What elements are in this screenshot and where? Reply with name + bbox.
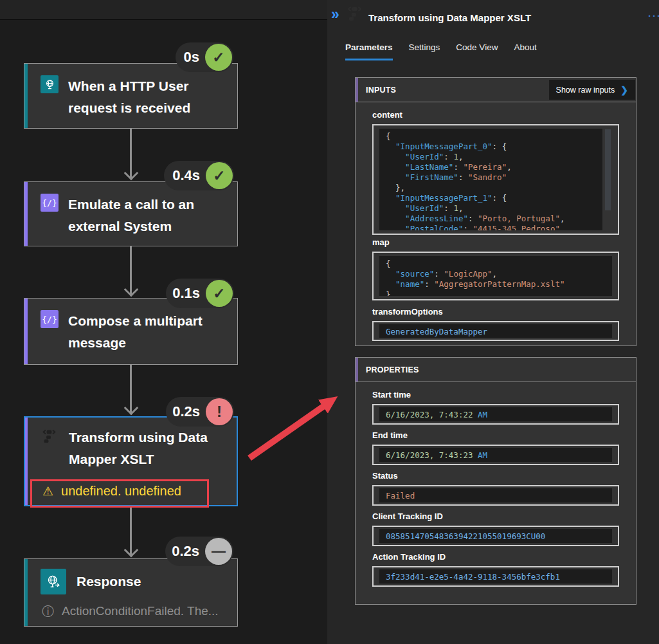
duration-label: 0.1s [172, 285, 200, 302]
node-title: Compose a multipart message [68, 310, 227, 354]
client-tracking-id-value-box[interactable]: 08585147054836394221055019693CU00 [372, 526, 619, 546]
node-title: Emulate a call to an external System [68, 194, 227, 237]
transform-options-value[interactable]: GeneratedByDataMapper [379, 324, 612, 338]
status-label: Status [372, 471, 619, 481]
skipped-dash-icon: — [205, 538, 232, 565]
status-badge: 0s ✓ [176, 42, 233, 72]
status-value-box[interactable]: Failed [372, 485, 619, 506]
content-value-box[interactable]: { "InputMessagePart_0": { "UserId": 1, "… [372, 124, 619, 235]
chevron-right-icon: ❯ [620, 85, 628, 95]
tab-settings[interactable]: Settings [409, 42, 440, 60]
end-time-label: End time [372, 430, 619, 440]
status-value: Failed [379, 488, 612, 502]
response-globe-icon [41, 569, 66, 594]
start-time-value-box[interactable]: 6/16/2023, 7:43:22 AM [372, 404, 619, 425]
action-tracking-id-value: 3f233d41-e2e5-4a42-9118-3456bfe3cfb1 [379, 569, 612, 584]
map-value-box[interactable]: { "source": "LogicApp", "name": "Aggrega… [372, 252, 619, 300]
scrollbar-thumb[interactable] [605, 129, 611, 210]
start-time-value: 6/16/2023, 7:43:22 AM [379, 407, 612, 421]
connector-arrow [130, 246, 132, 295]
connector-arrow [130, 365, 132, 414]
action-tracking-id-label: Action Tracking ID [372, 552, 619, 562]
node-title: Transform using Data Mapper XSLT [69, 427, 226, 470]
duration-label: 0s [184, 49, 199, 66]
info-icon: ⓘ [42, 605, 54, 618]
action-tracking-id-value-box[interactable]: 3f233d41-e2e5-4a42-9118-3456bfe3cfb1 [372, 566, 619, 587]
panel-title: Transform using Data Mapper XSLT [368, 12, 531, 23]
compose-icon: {/} [41, 310, 59, 328]
properties-heading: PROPERTIES [366, 365, 419, 374]
more-options-icon[interactable]: ··· [648, 10, 659, 21]
data-mapper-icon [41, 427, 59, 445]
node-response[interactable]: Response ⓘ ActionConditionFailed. The... [24, 558, 238, 627]
client-tracking-id-value: 08585147054836394221055019693CU00 [379, 529, 612, 543]
inputs-header: INPUTS Show raw inputs ❯ [356, 78, 636, 102]
success-check-icon: ✓ [206, 162, 233, 189]
workflow-canvas[interactable]: When a HTTP User request is received 0s … [0, 0, 327, 644]
inputs-section: INPUTS Show raw inputs ❯ content { "Inpu… [355, 77, 636, 346]
end-time-value-box[interactable]: 6/16/2023, 7:43:23 AM [372, 445, 619, 465]
properties-header: PROPERTIES [356, 358, 636, 382]
node-emulate-call[interactable]: {/} Emulate a call to an external System [24, 181, 238, 246]
duration-label: 0.2s [172, 543, 199, 560]
success-check-icon: ✓ [205, 44, 232, 71]
tab-about[interactable]: About [514, 42, 536, 60]
duration-label: 0.2s [172, 403, 200, 420]
note-text: ActionConditionFailed. The... [62, 604, 219, 618]
node-title: When a HTTP User request is received [68, 75, 227, 119]
connector-arrow [130, 129, 132, 179]
inputs-heading: INPUTS [366, 86, 396, 95]
node-note-row: ⓘ ActionConditionFailed. The... [42, 604, 219, 618]
node-title: Response [77, 569, 141, 594]
node-http-trigger[interactable]: When a HTTP User request is received [24, 63, 238, 129]
connector-arrow [130, 506, 132, 556]
collapse-panel-icon[interactable]: » [331, 6, 339, 23]
tab-code-view[interactable]: Code View [456, 42, 498, 60]
start-time-label: Start time [372, 390, 619, 400]
inline-code-icon: {/} [41, 194, 59, 212]
data-mapper-icon [347, 4, 365, 22]
http-globe-icon [41, 75, 59, 93]
error-exclamation-icon: ! [206, 398, 233, 425]
transform-options-label: transformOptions [372, 307, 619, 317]
status-badge: 0.2s — [165, 537, 233, 566]
tab-parameters[interactable]: Parameters [345, 42, 393, 60]
success-check-icon: ✓ [206, 280, 233, 307]
end-time-value: 6/16/2023, 7:43:23 AM [379, 448, 612, 462]
annotation-highlight-rect [30, 479, 209, 508]
canvas-topbar [0, 0, 327, 20]
action-details-panel: » Transform using Data Mapper XSLT ··· P… [327, 0, 659, 644]
client-tracking-id-label: Client Tracking ID [372, 511, 619, 521]
properties-section: PROPERTIES Start time 6/16/2023, 7:43:22… [355, 357, 636, 605]
panel-tabs: Parameters Settings Code View About [345, 42, 537, 60]
map-json[interactable]: { "source": "LogicApp", "name": "Aggrega… [379, 256, 612, 296]
content-label: content [372, 110, 619, 120]
show-raw-inputs-button[interactable]: Show raw inputs ❯ [549, 80, 635, 100]
status-badge: 0.1s ✓ [166, 279, 234, 308]
content-json[interactable]: { "InputMessagePart_0": { "UserId": 1, "… [379, 129, 602, 230]
duration-label: 0.4s [172, 167, 200, 184]
transform-options-value-box[interactable]: GeneratedByDataMapper [372, 321, 619, 341]
status-badge: 0.4s ✓ [164, 161, 234, 190]
map-label: map [372, 237, 619, 247]
status-badge: 0.2s ! [166, 397, 234, 427]
